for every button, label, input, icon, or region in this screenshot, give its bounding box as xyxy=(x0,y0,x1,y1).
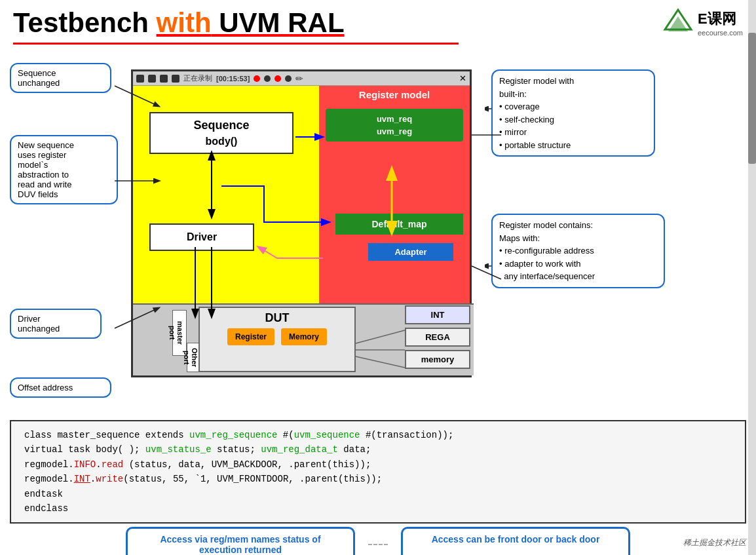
master-port-label: masterport xyxy=(168,321,184,345)
code-l1-g1: uvm_reg_sequence xyxy=(189,430,277,440)
red-area: Register model uvm_req uvm_reg Default_m… xyxy=(319,86,470,322)
title-suffix: UVM RAL xyxy=(212,7,345,38)
bottom-ann-right-bold: Access can be front door or back door xyxy=(432,534,600,545)
code-l1-b2: #( xyxy=(277,430,293,440)
code-l2-b1: virtual task body( ); xyxy=(24,444,145,455)
recording-bar: 正在录制 [00:15:53] ✏ ✕ xyxy=(133,71,470,86)
recording-label: 正在录制 xyxy=(183,73,212,83)
register-model-builtin-text: Register model withbuilt-in:• coverage• … xyxy=(499,76,574,150)
code-l4-b2: . xyxy=(90,474,96,484)
dut-label: DUT xyxy=(265,311,290,325)
annotation-sequence-unchanged: Sequenceunchanged xyxy=(10,63,111,93)
code-l4-b3: (status, 55, `1, UVM_FRONTDOOR, .parent(… xyxy=(123,474,382,484)
sequence-box: Sequence body() xyxy=(149,112,293,154)
yellow-area: Sequence body() Driver xyxy=(133,86,323,322)
recording-time: [00:15:53] xyxy=(216,75,250,83)
int-box: INT xyxy=(405,305,470,324)
adapter-label: Adapter xyxy=(394,247,426,257)
sequence-unchanged-text: Sequenceunchanged xyxy=(18,68,60,88)
driver-box: Driver xyxy=(149,223,254,251)
register-model-label: Register model xyxy=(319,86,470,104)
logo-icon xyxy=(662,7,694,39)
bottom-ann-left-text: Access via reg/mem names status of execu… xyxy=(160,534,320,555)
default-map-box: Default_map xyxy=(335,214,463,235)
annotation-driver-unchanged: Driverunchanged xyxy=(10,309,102,339)
register-model-contains-text: Register model contains:Maps with:• re-c… xyxy=(499,220,595,281)
bottom-ann-left-bold: Access via reg/mem names status of execu… xyxy=(160,534,320,555)
code-l2-b3: data; xyxy=(338,444,371,455)
default-map-label: Default_map xyxy=(371,219,426,229)
uvm-req-label: uvm_req xyxy=(333,114,455,124)
watermark: 稀土掘金技术社区 xyxy=(683,537,746,548)
rec-icon-cam xyxy=(285,75,292,82)
logo-text-area: E课网 eecourse.com xyxy=(698,9,743,37)
dut-box: DUT Register Memory xyxy=(198,307,356,372)
diagram-outer: 正在录制 [00:15:53] ✏ ✕ Sequence body() xyxy=(131,69,472,377)
rec-icon xyxy=(136,75,144,83)
code-l3-b3: (status, data, UVM_BACKDOOR, .parent(thi… xyxy=(123,459,371,470)
bottom-annotations: Access via reg/mem names status of execu… xyxy=(10,527,746,555)
code-l2-g2: uvm_reg_data_t xyxy=(261,444,338,455)
bottom-gray: masterport Otherport DUT Register Memory xyxy=(133,303,474,375)
logo-area: E课网 eecourse.com xyxy=(662,7,743,39)
right-side-boxes: INT REGA memory xyxy=(405,305,470,372)
uvm-reg-label: uvm_reg xyxy=(333,126,455,136)
annotation-offset-address: Offset address xyxy=(10,377,111,398)
driver-label: Driver xyxy=(187,231,217,242)
code-l1-b3: #(transaction)); xyxy=(360,430,454,440)
title-underline xyxy=(13,43,459,45)
dut-memory-box: Memory xyxy=(281,328,327,345)
adapter-box: Adapter xyxy=(368,243,453,261)
right-annotations: Register model withbuilt-in:• coverage• … xyxy=(485,50,746,417)
code-l4-b1: regmodel. xyxy=(24,474,74,484)
code-l1-b1: class master_sequence extends xyxy=(24,430,189,440)
code-l3-r2: read xyxy=(102,459,124,470)
center-diagram: 正在录制 [00:15:53] ✏ ✕ Sequence body() xyxy=(131,50,478,417)
title-with: with xyxy=(157,7,212,38)
master-port-box: masterport xyxy=(172,310,187,356)
dashed-line xyxy=(368,544,388,545)
other-port-label: Otherport xyxy=(183,348,198,367)
code-l4-r1: INT xyxy=(74,474,90,484)
driver-unchanged-text: Driverunchanged xyxy=(18,314,60,334)
annotation-register-model-contains: Register model contains:Maps with:• re-c… xyxy=(491,214,665,288)
page-title: Testbench with UVM RAL xyxy=(13,7,345,39)
sequence-label: Sequence xyxy=(159,119,284,132)
code-l3-r1: INFO xyxy=(74,459,96,470)
rec-icon2 xyxy=(148,75,156,83)
rec-icon3 xyxy=(160,75,168,83)
annotation-new-sequence: New sequenceuses registermodel`sabstract… xyxy=(10,135,118,204)
title-prefix: Testbench xyxy=(13,7,157,38)
annotation-register-model-builtin: Register model withbuilt-in:• coverage• … xyxy=(491,69,655,157)
dut-inner-boxes: Register Memory xyxy=(227,328,327,345)
rec-dot-black xyxy=(264,75,271,82)
code-l1-g2: uvm_sequence xyxy=(294,430,360,440)
code-l4-r2: write xyxy=(96,474,123,484)
new-sequence-text: New sequenceuses registermodel`sabstract… xyxy=(18,140,74,199)
code-line-2: virtual task body( ); uvm_status_e statu… xyxy=(24,442,732,457)
uvm-req-box: uvm_req uvm_reg xyxy=(326,109,463,142)
code-l2-g1: uvm_status_e xyxy=(145,444,212,455)
code-line-4: regmodel.INT.write(status, 55, `1, UVM_F… xyxy=(24,472,732,486)
left-annotations: Sequenceunchanged New sequenceuses regis… xyxy=(10,50,124,417)
rec-close[interactable]: ✕ xyxy=(459,73,466,83)
memory-right-box: memory xyxy=(405,350,470,369)
rega-box: REGA xyxy=(405,328,470,347)
rec-icon4 xyxy=(172,75,180,83)
code-section: class master_sequence extends uvm_reg_se… xyxy=(10,420,746,524)
code-line-6: endclass xyxy=(24,501,732,516)
header: Testbench with UVM RAL E课网 eecourse.com xyxy=(0,0,756,43)
diagram-section: Sequenceunchanged New sequenceuses regis… xyxy=(0,50,756,417)
rec-dot-red xyxy=(254,75,260,82)
bottom-ann-left: Access via reg/mem names status of execu… xyxy=(126,527,355,555)
body-label: body() xyxy=(159,136,284,147)
offset-address-text: Offset address xyxy=(18,383,73,392)
code-line-5: endtask xyxy=(24,487,732,501)
logo-name: E课网 xyxy=(698,9,743,29)
rec-dot-red2 xyxy=(274,75,281,82)
dut-register-box: Register xyxy=(227,328,274,345)
rec-pen: ✏ xyxy=(295,73,303,84)
code-l2-b2: status; xyxy=(212,444,261,455)
code-l3-b2: . xyxy=(96,459,101,470)
bottom-ann-right-text: Access can be front door or back door xyxy=(432,534,600,545)
